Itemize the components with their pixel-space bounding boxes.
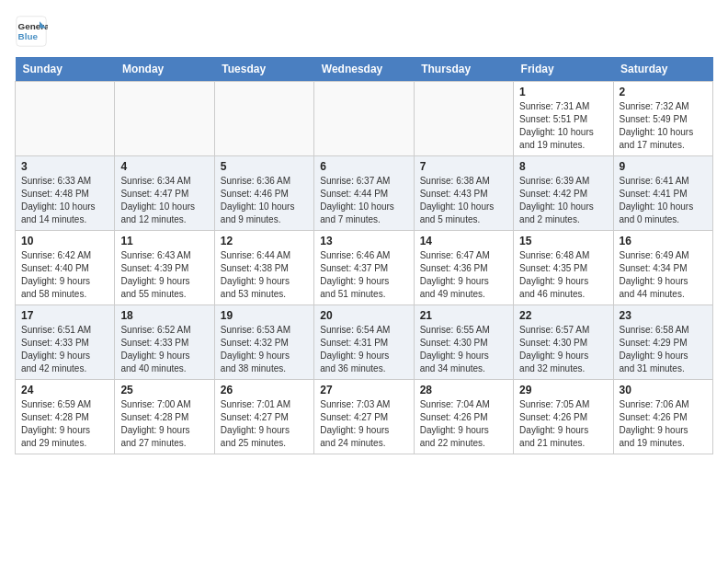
week-row-5: 24Sunrise: 6:59 AM Sunset: 4:28 PM Dayli… xyxy=(16,380,713,454)
day-info: Sunrise: 6:51 AM Sunset: 4:33 PM Dayligh… xyxy=(21,324,108,375)
day-cell-24: 24Sunrise: 6:59 AM Sunset: 4:28 PM Dayli… xyxy=(16,380,115,454)
day-info: Sunrise: 6:38 AM Sunset: 4:43 PM Dayligh… xyxy=(420,175,507,226)
day-number: 17 xyxy=(21,309,108,322)
day-cell-empty-4 xyxy=(414,82,513,156)
day-number: 5 xyxy=(221,160,308,173)
day-info: Sunrise: 6:57 AM Sunset: 4:30 PM Dayligh… xyxy=(519,324,607,375)
day-number: 3 xyxy=(21,160,108,173)
day-number: 13 xyxy=(320,235,407,247)
day-number: 25 xyxy=(120,384,208,396)
day-cell-22: 22Sunrise: 6:57 AM Sunset: 4:30 PM Dayli… xyxy=(514,305,613,380)
day-cell-29: 29Sunrise: 7:05 AM Sunset: 4:26 PM Dayli… xyxy=(514,380,613,454)
day-info: Sunrise: 6:37 AM Sunset: 4:44 PM Dayligh… xyxy=(320,175,407,226)
weekday-header-sunday: Sunday xyxy=(16,57,115,82)
day-cell-7: 7Sunrise: 6:38 AM Sunset: 4:43 PM Daylig… xyxy=(414,156,513,231)
day-cell-empty-3 xyxy=(314,82,414,156)
day-info: Sunrise: 7:32 AM Sunset: 5:49 PM Dayligh… xyxy=(620,100,707,152)
day-number: 11 xyxy=(120,235,208,247)
day-number: 28 xyxy=(420,384,507,396)
day-cell-16: 16Sunrise: 6:49 AM Sunset: 4:34 PM Dayli… xyxy=(613,231,712,305)
day-cell-8: 8Sunrise: 6:39 AM Sunset: 4:42 PM Daylig… xyxy=(514,156,613,231)
day-info: Sunrise: 6:39 AM Sunset: 4:42 PM Dayligh… xyxy=(519,175,607,226)
day-cell-15: 15Sunrise: 6:48 AM Sunset: 4:35 PM Dayli… xyxy=(514,231,613,305)
day-number: 4 xyxy=(120,160,208,173)
day-info: Sunrise: 6:59 AM Sunset: 4:28 PM Dayligh… xyxy=(21,398,108,450)
day-info: Sunrise: 6:54 AM Sunset: 4:31 PM Dayligh… xyxy=(320,324,407,375)
weekday-header-row: SundayMondayTuesdayWednesdayThursdayFrid… xyxy=(16,57,713,82)
day-cell-13: 13Sunrise: 6:46 AM Sunset: 4:37 PM Dayli… xyxy=(314,231,414,305)
day-number: 20 xyxy=(320,309,407,322)
day-cell-19: 19Sunrise: 6:53 AM Sunset: 4:32 PM Dayli… xyxy=(214,305,313,380)
day-info: Sunrise: 7:01 AM Sunset: 4:27 PM Dayligh… xyxy=(221,398,308,450)
day-number: 23 xyxy=(620,309,707,322)
page-header: General Blue xyxy=(15,15,713,48)
week-row-1: 1Sunrise: 7:31 AM Sunset: 5:51 PM Daylig… xyxy=(16,82,713,156)
day-info: Sunrise: 6:47 AM Sunset: 4:36 PM Dayligh… xyxy=(420,249,507,301)
weekday-header-saturday: Saturday xyxy=(613,57,712,82)
day-cell-21: 21Sunrise: 6:55 AM Sunset: 4:30 PM Dayli… xyxy=(414,305,513,380)
day-number: 30 xyxy=(620,384,707,396)
day-cell-25: 25Sunrise: 7:00 AM Sunset: 4:28 PM Dayli… xyxy=(115,380,214,454)
day-number: 1 xyxy=(519,86,607,98)
day-info: Sunrise: 6:46 AM Sunset: 4:37 PM Dayligh… xyxy=(320,249,407,301)
day-info: Sunrise: 7:00 AM Sunset: 4:28 PM Dayligh… xyxy=(120,398,208,450)
day-info: Sunrise: 7:04 AM Sunset: 4:26 PM Dayligh… xyxy=(420,398,507,450)
week-row-2: 3Sunrise: 6:33 AM Sunset: 4:48 PM Daylig… xyxy=(16,156,713,231)
day-cell-9: 9Sunrise: 6:41 AM Sunset: 4:41 PM Daylig… xyxy=(613,156,712,231)
day-info: Sunrise: 7:05 AM Sunset: 4:26 PM Dayligh… xyxy=(519,398,607,450)
day-info: Sunrise: 6:33 AM Sunset: 4:48 PM Dayligh… xyxy=(21,175,108,226)
day-info: Sunrise: 6:36 AM Sunset: 4:46 PM Dayligh… xyxy=(221,175,308,226)
day-cell-18: 18Sunrise: 6:52 AM Sunset: 4:33 PM Dayli… xyxy=(115,305,214,380)
day-cell-10: 10Sunrise: 6:42 AM Sunset: 4:40 PM Dayli… xyxy=(16,231,115,305)
weekday-header-thursday: Thursday xyxy=(414,57,513,82)
day-info: Sunrise: 6:52 AM Sunset: 4:33 PM Dayligh… xyxy=(120,324,208,375)
day-number: 24 xyxy=(21,384,108,396)
day-cell-empty-2 xyxy=(214,82,313,156)
day-number: 18 xyxy=(120,309,208,322)
day-cell-20: 20Sunrise: 6:54 AM Sunset: 4:31 PM Dayli… xyxy=(314,305,414,380)
day-cell-2: 2Sunrise: 7:32 AM Sunset: 5:49 PM Daylig… xyxy=(613,82,712,156)
day-cell-6: 6Sunrise: 6:37 AM Sunset: 4:44 PM Daylig… xyxy=(314,156,414,231)
day-cell-empty-0 xyxy=(16,82,115,156)
day-info: Sunrise: 6:43 AM Sunset: 4:39 PM Dayligh… xyxy=(120,249,208,301)
day-info: Sunrise: 6:44 AM Sunset: 4:38 PM Dayligh… xyxy=(221,249,308,301)
day-info: Sunrise: 6:58 AM Sunset: 4:29 PM Dayligh… xyxy=(620,324,707,375)
day-info: Sunrise: 6:53 AM Sunset: 4:32 PM Dayligh… xyxy=(221,324,308,375)
day-number: 22 xyxy=(519,309,607,322)
day-cell-23: 23Sunrise: 6:58 AM Sunset: 4:29 PM Dayli… xyxy=(613,305,712,380)
day-number: 2 xyxy=(620,86,707,98)
day-cell-1: 1Sunrise: 7:31 AM Sunset: 5:51 PM Daylig… xyxy=(514,82,613,156)
day-info: Sunrise: 7:03 AM Sunset: 4:27 PM Dayligh… xyxy=(320,398,407,450)
week-row-3: 10Sunrise: 6:42 AM Sunset: 4:40 PM Dayli… xyxy=(16,231,713,305)
day-number: 8 xyxy=(519,160,607,173)
day-number: 6 xyxy=(320,160,407,173)
day-number: 14 xyxy=(420,235,507,247)
day-number: 15 xyxy=(519,235,607,247)
day-info: Sunrise: 6:49 AM Sunset: 4:34 PM Dayligh… xyxy=(620,249,707,301)
calendar-body: 1Sunrise: 7:31 AM Sunset: 5:51 PM Daylig… xyxy=(16,82,713,454)
day-info: Sunrise: 7:06 AM Sunset: 4:26 PM Dayligh… xyxy=(620,398,707,450)
day-cell-5: 5Sunrise: 6:36 AM Sunset: 4:46 PM Daylig… xyxy=(214,156,313,231)
day-info: Sunrise: 6:34 AM Sunset: 4:47 PM Dayligh… xyxy=(120,175,208,226)
day-number: 27 xyxy=(320,384,407,396)
day-cell-4: 4Sunrise: 6:34 AM Sunset: 4:47 PM Daylig… xyxy=(115,156,214,231)
weekday-header-monday: Monday xyxy=(115,57,214,82)
day-cell-11: 11Sunrise: 6:43 AM Sunset: 4:39 PM Dayli… xyxy=(115,231,214,305)
day-cell-27: 27Sunrise: 7:03 AM Sunset: 4:27 PM Dayli… xyxy=(314,380,414,454)
day-info: Sunrise: 6:55 AM Sunset: 4:30 PM Dayligh… xyxy=(420,324,507,375)
day-cell-30: 30Sunrise: 7:06 AM Sunset: 4:26 PM Dayli… xyxy=(613,380,712,454)
day-cell-14: 14Sunrise: 6:47 AM Sunset: 4:36 PM Dayli… xyxy=(414,231,513,305)
day-number: 26 xyxy=(221,384,308,396)
day-number: 19 xyxy=(221,309,308,322)
weekday-header-wednesday: Wednesday xyxy=(314,57,414,82)
calendar-table: SundayMondayTuesdayWednesdayThursdayFrid… xyxy=(15,57,713,454)
day-cell-17: 17Sunrise: 6:51 AM Sunset: 4:33 PM Dayli… xyxy=(16,305,115,380)
day-number: 9 xyxy=(620,160,707,173)
day-cell-26: 26Sunrise: 7:01 AM Sunset: 4:27 PM Dayli… xyxy=(214,380,313,454)
day-info: Sunrise: 6:48 AM Sunset: 4:35 PM Dayligh… xyxy=(519,249,607,301)
weekday-header-tuesday: Tuesday xyxy=(214,57,313,82)
logo-icon: General Blue xyxy=(15,15,48,48)
day-info: Sunrise: 6:41 AM Sunset: 4:41 PM Dayligh… xyxy=(620,175,707,226)
day-cell-12: 12Sunrise: 6:44 AM Sunset: 4:38 PM Dayli… xyxy=(214,231,313,305)
logo: General Blue xyxy=(15,15,48,48)
